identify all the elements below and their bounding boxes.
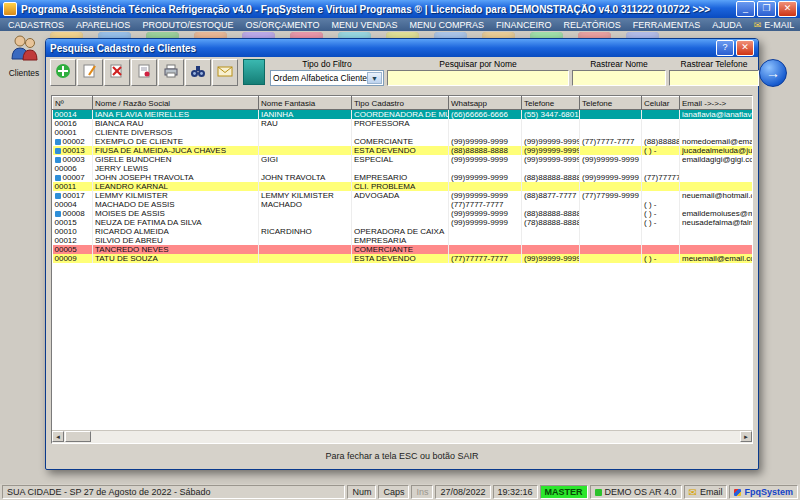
application-window: Programa Assistência Técnica Refrigeraçã… (0, 0, 800, 500)
window-titlebar: Programa Assistência Técnica Refrigeraçã… (0, 0, 800, 18)
trace-phone-label: Rastrear Telefone (681, 59, 748, 70)
menu-item-aparelhos[interactable]: APARELHOS (70, 20, 136, 30)
minimize-button[interactable]: _ (736, 1, 755, 17)
grid-header-row: NºNome / Razão SocialNome FantasiaTipo C… (53, 97, 753, 110)
scroll-left-icon[interactable]: ◄ (52, 431, 64, 442)
status-ins: Ins (411, 485, 433, 499)
status-user-badge: MASTER (540, 485, 588, 499)
print-button[interactable] (158, 59, 184, 86)
grid-row[interactable]: 00005TANCREDO NEVESCOMERCIANTE (53, 245, 753, 254)
dialog-toolbar: Tipo do Filtro Ordem Alfabetica Cliente … (50, 59, 754, 93)
grid-row[interactable]: 00008MOISES DE ASSIS(99)99999-9999(88)88… (53, 209, 753, 218)
menu-item-relat-rios[interactable]: RELATÓRIOS (557, 20, 626, 30)
status-green-icon (595, 489, 602, 496)
search-button[interactable] (185, 59, 211, 86)
menu-item-os-or-amento[interactable]: OS/ORÇAMENTO (240, 20, 326, 30)
grid-row[interactable]: 00017LEMMY KILMISTERLEMMY KILMISTERADVOG… (53, 191, 753, 200)
filter-type-value: Ordem Alfabetica Cliente (273, 73, 367, 83)
column-header[interactable]: Telefone (580, 97, 642, 110)
filter-type-label: Tipo do Filtro (302, 59, 351, 70)
dialog-close-button[interactable]: ✕ (736, 40, 754, 56)
binoculars-icon (190, 63, 206, 83)
grid-row[interactable]: 00014IANA FLAVIA MEIRELLESIANINHACOORDEN… (53, 110, 753, 120)
status-caps: Caps (378, 485, 409, 499)
menu-item-ajuda[interactable]: AJUDA (706, 20, 748, 30)
grid-row[interactable]: 00004MACHADO DE ASSISMACHADO(77)7777-777… (53, 200, 753, 209)
scroll-right-icon[interactable]: ► (740, 431, 752, 442)
grid-row[interactable]: 00011LEANDRO KARNALCLI. PROBLEMA (53, 182, 753, 191)
menu-item-menu-compras[interactable]: MENU COMPRAS (403, 20, 490, 30)
menu-item-produto-estoque[interactable]: PRODUTO/ESTOQUE (136, 20, 239, 30)
column-header[interactable]: Whatsapp (449, 97, 522, 110)
grid-row[interactable]: 00010RICARDO ALMEIDARICARDINHOOPERADORA … (53, 227, 753, 236)
trace-name-label: Rastrear Nome (590, 59, 648, 70)
status-location: SUA CIDADE - SP 27 de Agosto de 2022 - S… (2, 485, 345, 499)
menu-item-ferramentas[interactable]: FERRAMENTAS (627, 20, 706, 30)
status-email-button[interactable]: ✉Email (684, 485, 728, 499)
grid-row[interactable]: 00003GISELE BUNDCHENGIGIESPECIAL(99)9999… (53, 155, 753, 164)
status-time: 19:32:16 (493, 485, 538, 499)
pencil-icon (82, 63, 98, 83)
status-date: 27/08/2022 (435, 485, 490, 499)
shortcut-label: Clientes (3, 68, 45, 78)
grid-row[interactable]: 00013FIUSA DE ALMEIDA-JUCA CHAVESESTA DE… (53, 146, 753, 155)
whatsapp-icon (55, 139, 61, 145)
dialog-footer-note: Para fechar a tela ESC ou botão SAIR (49, 451, 755, 461)
close-button[interactable]: ✕ (778, 1, 797, 17)
grid-row[interactable]: 00012SILVIO DE ABREUEMPRESARIA (53, 236, 753, 245)
trace-phone-input[interactable] (669, 70, 759, 86)
grid-row[interactable]: 00007JOHN JOSEPH TRAVOLTAJOHN TRAVOLTAEM… (53, 173, 753, 182)
chevron-down-icon[interactable]: ▼ (367, 72, 382, 84)
shortcut-clientes[interactable]: Clientes (3, 33, 45, 78)
trace-name-group: Rastrear Nome (572, 59, 666, 86)
go-button[interactable]: → (759, 59, 787, 87)
document-seal-icon (136, 63, 152, 83)
dialog-pesquisa-clientes: Pesquisa Cadastro de Clientes ? ✕ (45, 38, 759, 470)
horizontal-scrollbar[interactable]: ◄ ► (52, 430, 752, 443)
dialog-body: Tipo do Filtro Ordem Alfabetica Cliente … (49, 57, 755, 466)
new-record-button[interactable] (50, 59, 76, 86)
menu-item-financeiro[interactable]: FINANCEIRO (490, 20, 558, 30)
search-name-group: Pesquisar por Nome (387, 59, 569, 86)
search-name-label: Pesquisar por Nome (439, 59, 516, 70)
dialog-help-button[interactable]: ? (716, 40, 734, 56)
maximize-button[interactable]: ❐ (757, 1, 776, 17)
column-header[interactable]: Celular (642, 97, 680, 110)
column-header[interactable]: Tipo Cadastro (352, 97, 449, 110)
delete-x-icon (109, 63, 125, 83)
status-brand[interactable]: FpqSystem (729, 485, 798, 499)
grid-row[interactable]: 00009TATU DE SOUZAESTA DEVENDO(77)77777-… (53, 254, 753, 263)
column-header[interactable]: Telefone (522, 97, 580, 110)
trace-phone-group: Rastrear Telefone (669, 59, 759, 86)
column-header[interactable]: Nº (53, 97, 93, 110)
printer-icon (163, 63, 179, 83)
search-name-input[interactable] (387, 70, 569, 86)
column-header[interactable]: Nome / Razão Social (93, 97, 259, 110)
column-header[interactable]: Email ->->-> (680, 97, 753, 110)
report-button[interactable] (131, 59, 157, 86)
trace-name-input[interactable] (572, 70, 666, 86)
edit-record-button[interactable] (77, 59, 103, 86)
email-icon: ✉ (754, 20, 762, 30)
window-title: Programa Assistência Técnica Refrigeraçã… (21, 4, 734, 15)
whatsapp-icon (55, 193, 61, 199)
menu-item-cadastros[interactable]: CADASTROS (2, 20, 70, 30)
grid-row[interactable]: 00006JERRY LEWIS (53, 164, 753, 173)
whatsapp-icon (55, 157, 61, 163)
filter-type-select[interactable]: Ordem Alfabetica Cliente ▼ (270, 70, 384, 86)
delete-record-button[interactable] (104, 59, 130, 86)
workspace: Clientes Pesquisa Cadastro de Clientes ?… (0, 31, 800, 484)
grid-row[interactable]: 00001CLIENTE DIVERSOS (53, 128, 753, 137)
menu-item-e-mail[interactable]: ✉E-MAIL (748, 20, 800, 30)
status-num: Num (347, 485, 376, 499)
column-header[interactable]: Nome Fantasia (259, 97, 352, 110)
scrollbar-thumb[interactable] (65, 431, 91, 442)
send-email-button[interactable] (212, 59, 238, 86)
menu-item-menu-vendas[interactable]: MENU VENDAS (325, 20, 403, 30)
grid-row[interactable]: 00016BIANCA RAURAUPROFESSORA (53, 119, 753, 128)
grid-row[interactable]: 00015NEUZA DE FATIMA DA SILVA(99)99999-9… (53, 218, 753, 227)
plus-icon (55, 63, 71, 83)
grid-row[interactable]: 00002EXEMPLO DE CLIENTECOMERCIANTE(99)99… (53, 137, 753, 146)
clients-icon (8, 49, 40, 66)
whatsapp-icon (55, 211, 61, 217)
